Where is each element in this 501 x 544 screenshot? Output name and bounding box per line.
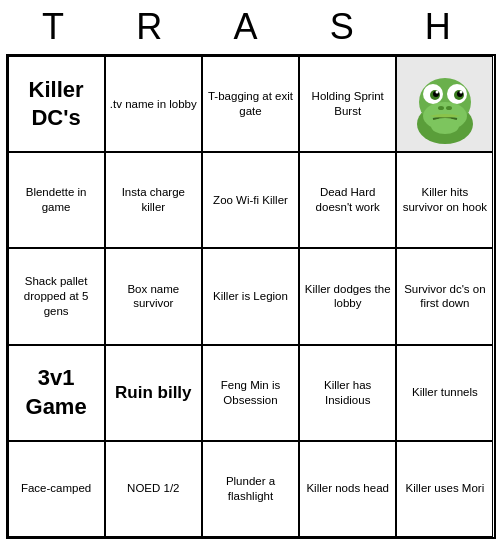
- cell-5: Blendette in game: [8, 152, 105, 248]
- cell-13: Killer dodges the lobby: [299, 248, 396, 344]
- cell-3: Holding Sprint Burst: [299, 56, 396, 152]
- cell-10: Shack pallet dropped at 5 gens: [8, 248, 105, 344]
- cell-14: Survivor dc's on first down: [396, 248, 493, 344]
- title-letter-a: A: [230, 6, 270, 48]
- cell-15: 3v1 Game: [8, 345, 105, 441]
- cell-9: Killer hits survivor on hook: [396, 152, 493, 248]
- svg-point-12: [446, 106, 452, 110]
- cell-0: Killer DC's: [8, 56, 105, 152]
- svg-point-13: [431, 118, 459, 134]
- cell-1: .tv name in lobby: [105, 56, 202, 152]
- title-row: T R A S H: [0, 0, 501, 54]
- cell-8: Dead Hard doesn't work: [299, 152, 396, 248]
- cell-16: Ruin billy: [105, 345, 202, 441]
- cell-17: Feng Min is Obsession: [202, 345, 299, 441]
- cell-6: Insta charge killer: [105, 152, 202, 248]
- bingo-grid: Killer DC's .tv name in lobby T-bagging …: [6, 54, 496, 539]
- cell-23: Killer nods head: [299, 441, 396, 537]
- cell-7: Zoo Wi-fi Killer: [202, 152, 299, 248]
- cell-22: Plunder a flashlight: [202, 441, 299, 537]
- svg-point-11: [438, 106, 444, 110]
- title-letter-t: T: [38, 6, 78, 48]
- cell-21: NOED 1/2: [105, 441, 202, 537]
- svg-point-9: [435, 91, 438, 94]
- cell-4-pepe: [396, 56, 493, 152]
- cell-24: Killer uses Mori: [396, 441, 493, 537]
- cell-12: Killer is Legion: [202, 248, 299, 344]
- cell-2: T-bagging at exit gate: [202, 56, 299, 152]
- cell-19: Killer tunnels: [396, 345, 493, 441]
- title-letter-h: H: [423, 6, 463, 48]
- title-letter-r: R: [134, 6, 174, 48]
- svg-point-10: [459, 91, 462, 94]
- cell-18: Killer has Insidious: [299, 345, 396, 441]
- cell-11: Box name survivor: [105, 248, 202, 344]
- cell-20: Face-camped: [8, 441, 105, 537]
- title-letter-s: S: [327, 6, 367, 48]
